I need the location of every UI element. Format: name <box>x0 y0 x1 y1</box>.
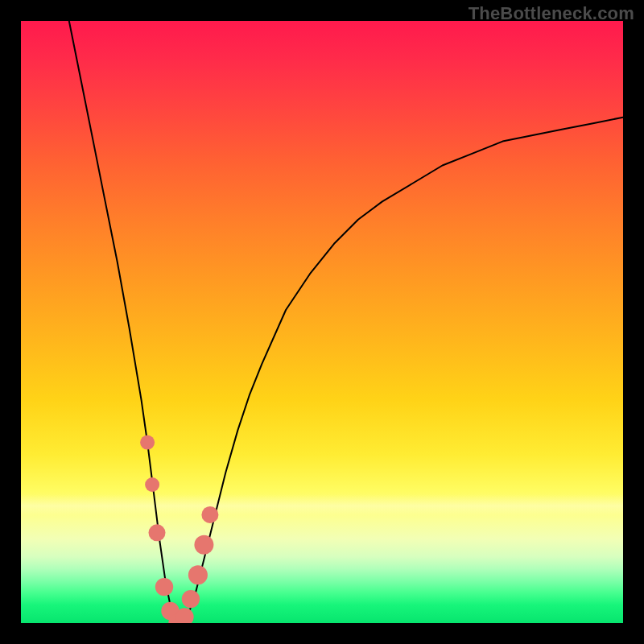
plot-area <box>21 21 623 623</box>
curve-marker <box>182 590 200 608</box>
chart-frame: TheBottleneck.com <box>0 0 644 644</box>
watermark-text: TheBottleneck.com <box>469 3 634 24</box>
curve-marker <box>140 436 155 450</box>
curve-marker <box>188 565 208 584</box>
curve-marker <box>145 477 159 492</box>
curve-marker <box>194 535 213 555</box>
curve-markers <box>140 436 218 623</box>
curve-marker <box>155 578 173 596</box>
curve-marker <box>201 506 218 523</box>
curve-svg <box>21 21 623 623</box>
curve-marker <box>149 524 166 541</box>
